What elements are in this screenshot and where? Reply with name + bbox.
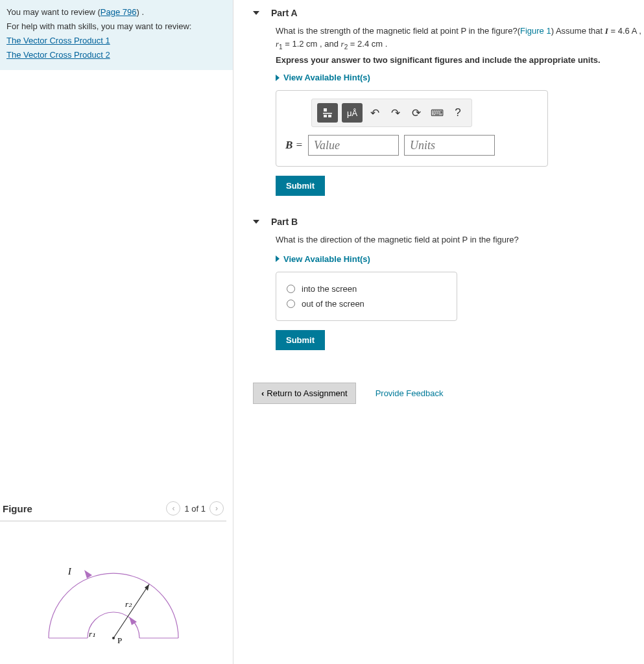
value-input[interactable] bbox=[308, 135, 399, 156]
eq-variable-label: B = bbox=[285, 139, 303, 152]
undo-icon[interactable]: ↶ bbox=[366, 104, 383, 121]
svg-rect-7 bbox=[324, 108, 327, 112]
chevron-right-icon bbox=[276, 255, 280, 262]
units-tool-button[interactable]: μÅ bbox=[342, 103, 363, 123]
figure-label-I: I bbox=[67, 567, 72, 576]
fraction-tool-icon[interactable] bbox=[317, 103, 338, 123]
part-b-label: Part B bbox=[271, 217, 298, 227]
review-intro-suffix: ) . bbox=[136, 7, 144, 17]
review-panel: You may want to review (Page 796) . For … bbox=[0, 0, 233, 70]
reset-icon[interactable]: ⟳ bbox=[408, 104, 425, 121]
answer-box-a: μÅ ↶ ↷ ⟳ ⌨ ? B = bbox=[276, 90, 548, 167]
review-link-2[interactable]: The Vector Cross Product 2 bbox=[6, 50, 110, 60]
help-text: For help with math skills, you may want … bbox=[6, 19, 226, 34]
part-b-question: What is the direction of the magnetic fi… bbox=[276, 233, 644, 246]
figure-label-r2: r₂ bbox=[125, 599, 132, 609]
part-b-hints-toggle[interactable]: View Available Hint(s) bbox=[276, 254, 644, 264]
part-a-label: Part A bbox=[271, 8, 298, 18]
chevron-down-icon bbox=[253, 11, 259, 15]
help-icon[interactable]: ? bbox=[449, 104, 466, 121]
radio-option-1[interactable]: into the screen bbox=[287, 281, 446, 296]
page-link[interactable]: Page 796 bbox=[101, 7, 137, 17]
return-button[interactable]: ‹ Return to Assignment bbox=[253, 383, 356, 404]
part-a-instruction: Express your answer to two significant f… bbox=[276, 55, 644, 65]
pager-text: 1 of 1 bbox=[184, 504, 206, 514]
svg-line-4 bbox=[113, 584, 149, 638]
submit-button-a[interactable]: Submit bbox=[276, 176, 325, 196]
svg-rect-10 bbox=[328, 115, 331, 117]
radio-input[interactable] bbox=[287, 300, 295, 308]
figure-title: Figure bbox=[3, 503, 32, 514]
figure-pager: ‹ 1 of 1 › bbox=[166, 501, 224, 516]
radio-label: into the screen bbox=[302, 284, 357, 294]
svg-rect-8 bbox=[323, 113, 332, 114]
answer-box-b: into the screen out of the screen bbox=[276, 272, 457, 321]
part-a-question: What is the strength of the magnetic fie… bbox=[276, 25, 644, 51]
pager-prev-icon[interactable]: ‹ bbox=[166, 501, 180, 516]
part-a-header[interactable]: Part A bbox=[253, 0, 644, 25]
eq-toolbar: μÅ ↶ ↷ ⟳ ⌨ ? bbox=[311, 99, 472, 127]
figure-diagram: I r₂ r₁ P bbox=[23, 547, 204, 651]
review-intro-prefix: You may want to review ( bbox=[6, 7, 101, 17]
svg-point-6 bbox=[112, 637, 115, 639]
figure-1-link[interactable]: Figure 1 bbox=[520, 26, 551, 36]
chevron-left-icon: ‹ bbox=[261, 388, 264, 398]
keyboard-icon[interactable]: ⌨ bbox=[429, 104, 446, 121]
figure-label-r1: r₁ bbox=[89, 629, 95, 639]
submit-button-b[interactable]: Submit bbox=[276, 330, 325, 350]
units-input[interactable] bbox=[404, 135, 495, 156]
provide-feedback-link[interactable]: Provide Feedback bbox=[376, 388, 444, 398]
chevron-right-icon bbox=[276, 75, 280, 81]
chevron-down-icon bbox=[253, 220, 259, 224]
part-b-header[interactable]: Part B bbox=[253, 209, 644, 233]
figure-label-P: P bbox=[117, 635, 122, 645]
pager-next-icon[interactable]: › bbox=[209, 501, 224, 516]
svg-rect-9 bbox=[324, 115, 327, 117]
part-a-hints-toggle[interactable]: View Available Hint(s) bbox=[276, 73, 644, 82]
review-link-1[interactable]: The Vector Cross Product 1 bbox=[6, 36, 110, 45]
radio-option-2[interactable]: out of the screen bbox=[287, 296, 446, 311]
radio-label: out of the screen bbox=[302, 299, 364, 309]
redo-icon[interactable]: ↷ bbox=[387, 104, 404, 121]
radio-input[interactable] bbox=[287, 285, 295, 293]
